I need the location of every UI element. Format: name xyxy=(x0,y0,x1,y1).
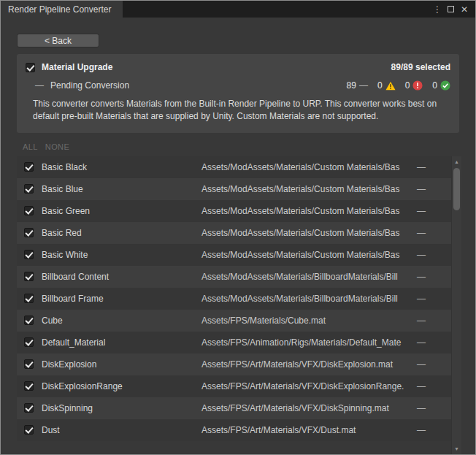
row-name: Billboard Frame xyxy=(42,294,201,304)
row-name: Billboard Content xyxy=(42,272,201,282)
list-item[interactable]: Basic Green Assets/ModAssets/Materials/C… xyxy=(17,200,451,222)
material-list: Basic Black Assets/ModAssets/Materials/C… xyxy=(17,156,451,454)
maximize-icon[interactable] xyxy=(448,6,454,12)
row-checkbox[interactable] xyxy=(24,425,34,435)
row-status-dash-icon: — xyxy=(417,337,444,348)
menu-icon[interactable]: ⋮ xyxy=(432,5,442,14)
row-checkbox[interactable] xyxy=(24,337,34,347)
row-checkbox[interactable] xyxy=(24,228,34,237)
row-path: Assets/FPS/Art/Materials/VFX/DiskExplosi… xyxy=(201,381,417,391)
list-item[interactable]: Dust Assets/FPS/Art/Materials/VFX/Dust.m… xyxy=(17,419,451,441)
warning-icon xyxy=(385,81,396,91)
row-checkbox[interactable] xyxy=(24,162,34,172)
row-checkbox[interactable] xyxy=(24,381,34,391)
list-item[interactable]: Billboard Frame Assets/ModAssets/Materia… xyxy=(17,288,451,310)
window-title: Render Pipeline Converter xyxy=(8,4,111,15)
pending-conversion-label: Pending Conversion xyxy=(50,80,129,91)
back-button[interactable]: < Back xyxy=(17,34,99,47)
row-status-dash-icon: — xyxy=(417,228,444,238)
pending-total: 89 — xyxy=(347,80,368,91)
row-name: DiskSpinning xyxy=(42,403,201,413)
window-body: < Back Material Upgrade 89/89 selected —… xyxy=(1,18,475,454)
row-path: Assets/ModAssets/Materials/Custom Materi… xyxy=(201,228,417,238)
row-checkbox[interactable] xyxy=(24,359,34,369)
row-status-dash-icon: — xyxy=(417,250,444,260)
select-none-button[interactable]: NONE xyxy=(45,142,69,151)
list-item[interactable]: DiskExplosion Assets/FPS/Art/Materials/V… xyxy=(17,353,451,375)
render-pipeline-converter-window: Render Pipeline Converter ⋮ ✕ < Back Mat… xyxy=(0,0,476,455)
scroll-down-icon[interactable]: ▼ xyxy=(452,443,461,454)
row-checkbox[interactable] xyxy=(24,316,34,325)
row-checkbox[interactable] xyxy=(24,250,34,259)
converter-title: Material Upgrade xyxy=(42,62,112,72)
titlebar-spacer xyxy=(123,1,432,18)
success-count: 0 xyxy=(432,80,450,91)
pending-counts: 89 — 0 0 xyxy=(347,80,450,91)
select-all-button[interactable]: ALL xyxy=(23,142,38,151)
pending-conversion-row: — Pending Conversion 89 — 0 xyxy=(26,80,450,91)
row-path: Assets/FPS/Art/Materials/VFX/DiskSpinnin… xyxy=(201,403,417,413)
row-name: Basic Red xyxy=(42,228,201,238)
row-path: Assets/ModAssets/Materials/BillboardMate… xyxy=(201,294,417,304)
row-path: Assets/ModAssets/Materials/Custom Materi… xyxy=(201,250,417,260)
error-icon xyxy=(412,80,423,91)
material-upgrade-checkbox[interactable] xyxy=(26,63,35,72)
selected-count-label: 89/89 selected xyxy=(391,62,450,72)
row-status-dash-icon: — xyxy=(417,272,444,282)
scrollbar-thumb[interactable] xyxy=(453,168,460,210)
row-path: Assets/ModAssets/Materials/BillboardMate… xyxy=(201,272,417,282)
success-icon xyxy=(440,80,450,91)
list-item[interactable]: DiskSpinning Assets/FPS/Art/Materials/VF… xyxy=(17,397,451,419)
row-checkbox[interactable] xyxy=(24,184,34,194)
row-path: Assets/ModAssets/Materials/Custom Materi… xyxy=(201,206,417,216)
pending-dash-icon: — xyxy=(359,80,368,91)
list-item[interactable]: Default_Material Assets/FPS/Animation/Ri… xyxy=(17,332,451,353)
error-count: 0 xyxy=(405,80,423,91)
list-item[interactable]: Basic Red Assets/ModAssets/Materials/Cus… xyxy=(17,222,451,244)
row-checkbox[interactable] xyxy=(24,206,34,215)
row-path: Assets/FPS/Art/Materials/VFX/DiskExplosi… xyxy=(201,359,417,370)
converter-header: Material Upgrade 89/89 selected xyxy=(26,62,450,72)
scrollbar[interactable]: ▲ ▼ xyxy=(451,156,461,454)
row-path: Assets/FPS/Animation/Rigs/Materials/Defa… xyxy=(201,337,417,348)
row-status-dash-icon: — xyxy=(417,184,444,194)
warning-count: 0 xyxy=(377,80,396,91)
close-icon[interactable]: ✕ xyxy=(459,5,469,14)
row-status-dash-icon: — xyxy=(417,425,444,435)
row-status-dash-icon: — xyxy=(417,359,444,370)
row-path: Assets/FPS/Art/Materials/VFX/Dust.mat xyxy=(201,425,417,435)
row-status-dash-icon: — xyxy=(417,162,444,172)
row-status-dash-icon: — xyxy=(417,403,444,413)
row-name: Basic White xyxy=(42,250,201,260)
converter-description: This converter converts Materials from t… xyxy=(33,98,450,123)
list-item[interactable]: Basic Blue Assets/ModAssets/Materials/Cu… xyxy=(17,178,451,200)
titlebar-controls: ⋮ ✕ xyxy=(432,1,475,18)
row-checkbox[interactable] xyxy=(24,272,34,281)
list-item[interactable]: Basic Black Assets/ModAssets/Materials/C… xyxy=(17,156,451,178)
row-name: Basic Black xyxy=(42,162,201,172)
window-tab[interactable]: Render Pipeline Converter xyxy=(1,1,123,18)
foldout-dash-icon[interactable]: — xyxy=(35,80,44,91)
row-name: DiskExplosionRange xyxy=(42,381,201,391)
row-name: DiskExplosion xyxy=(42,359,201,370)
row-checkbox[interactable] xyxy=(24,294,34,303)
list-item[interactable]: Cube Assets/FPS/Materials/Cube.mat — xyxy=(17,310,451,332)
list-item[interactable]: Billboard Content Assets/ModAssets/Mater… xyxy=(17,266,451,288)
row-checkbox[interactable] xyxy=(24,403,34,413)
row-status-dash-icon: — xyxy=(417,206,444,216)
scroll-up-icon[interactable]: ▲ xyxy=(452,157,461,167)
row-name: Dust xyxy=(42,425,201,435)
row-path: Assets/ModAssets/Materials/Custom Materi… xyxy=(201,162,417,172)
list-area: Basic Black Assets/ModAssets/Materials/C… xyxy=(17,156,461,454)
row-status-dash-icon: — xyxy=(417,381,444,391)
row-name: Default_Material xyxy=(42,337,201,348)
row-status-dash-icon: — xyxy=(417,316,444,326)
list-header: ALL NONE xyxy=(23,142,475,151)
converter-panel: Material Upgrade 89/89 selected — Pendin… xyxy=(17,54,459,133)
row-path: Assets/ModAssets/Materials/Custom Materi… xyxy=(201,184,417,194)
row-name: Basic Green xyxy=(42,206,201,216)
list-item[interactable]: Basic White Assets/ModAssets/Materials/C… xyxy=(17,244,451,266)
row-status-dash-icon: — xyxy=(417,294,444,304)
list-item[interactable]: DiskExplosionRange Assets/FPS/Art/Materi… xyxy=(17,375,451,397)
row-name: Basic Blue xyxy=(42,184,201,194)
